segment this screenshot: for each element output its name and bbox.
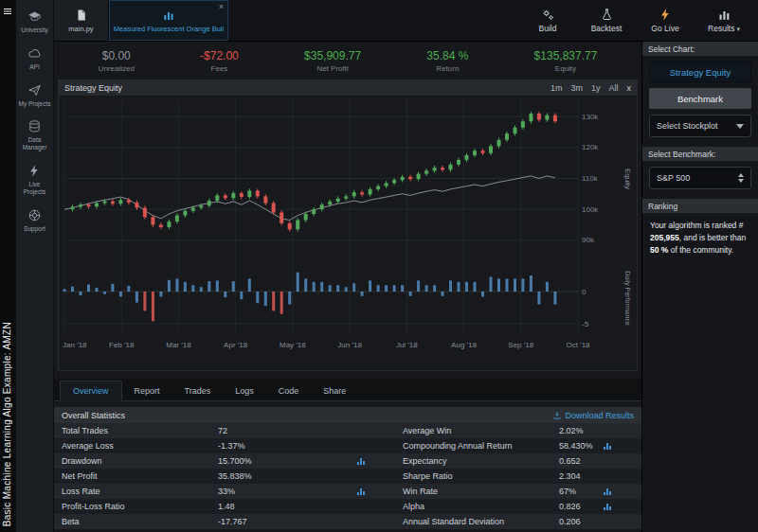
- tab-code[interactable]: Code: [266, 381, 312, 400]
- chart-range-controls: 1m3m1yAllx: [550, 83, 631, 93]
- chart-icon: [162, 9, 175, 22]
- ranking-rank: 205,955: [650, 233, 679, 242]
- sidebar: UniversityAPIMy ProjectsData ManagerLive…: [16, 0, 54, 532]
- content: main.pyMeasured Fluorescent Orange Bull×…: [54, 0, 758, 532]
- strategy-equity-button[interactable]: Strategy Equity: [649, 62, 751, 82]
- tab-share[interactable]: Share: [311, 381, 358, 400]
- stat-label-cell: Expectancy: [395, 456, 551, 466]
- table-row: Drawdown15.700%Expectancy0.652: [54, 453, 641, 469]
- sparkline: [604, 503, 611, 510]
- equity-chart[interactable]: 130k120k110k100k90k0-5Jan '18Feb '18Mar …: [59, 96, 637, 370]
- sidebar-item-live-projects[interactable]: Live Projects: [16, 158, 53, 203]
- svg-text:Apr '18: Apr '18: [224, 341, 248, 349]
- stat-equity: $135,837.77Equity: [534, 49, 598, 73]
- sidebar-item-label: University: [21, 27, 48, 34]
- menu-icon[interactable]: [2, 4, 13, 15]
- range-1m-button[interactable]: 1m: [550, 83, 563, 93]
- svg-text:130k: 130k: [582, 113, 599, 121]
- chart-icon: [717, 8, 731, 22]
- stat-unrealized: $0.00Unrealized: [99, 49, 135, 73]
- action-label: Results ▾: [708, 24, 740, 33]
- svg-text:Daily Performance: Daily Performance: [623, 271, 631, 326]
- stockplot-select-value: Select Stockplot: [657, 121, 718, 131]
- sidebar-item-my-projects[interactable]: My Projects: [16, 78, 53, 115]
- chart-title: Strategy Equity: [64, 83, 122, 93]
- svg-text:May '18: May '18: [280, 341, 306, 349]
- app-root: Basic Machine Learning Algo Example: AMZ…: [0, 0, 758, 532]
- stat-return: 35.84 %Return: [426, 49, 468, 73]
- overall-statistics-title: Overall Statistics: [62, 411, 125, 420]
- svg-text:Jan '18: Jan '18: [63, 341, 87, 349]
- action-label: Go Live: [651, 24, 678, 33]
- stat-value-cell: 67%: [551, 487, 641, 496]
- table-row: Net Profit35.838%Sharpe Ratio2.304: [54, 469, 641, 484]
- file-icon: [75, 9, 88, 22]
- tab-overview[interactable]: Overview: [60, 381, 122, 401]
- right-panel: Select Chart: Strategy EquityBenchmark S…: [641, 42, 758, 532]
- tab-report[interactable]: Report: [122, 381, 172, 400]
- sidebar-item-label: Live Projects: [17, 181, 52, 196]
- build-button[interactable]: Build: [521, 8, 574, 33]
- svg-text:100k: 100k: [582, 205, 599, 214]
- ranking-text: Your algorithm is ranked # 205,955, and …: [650, 220, 750, 256]
- sidebar-item-label: My Projects: [19, 100, 51, 108]
- close-icon[interactable]: ×: [219, 2, 224, 11]
- svg-text:110k: 110k: [582, 174, 599, 183]
- sidebar-item-university[interactable]: University: [16, 4, 53, 41]
- stat-label-cell: Average Win: [395, 426, 551, 435]
- action-label: Backtest: [591, 24, 623, 33]
- body-row: $0.00Unrealized-$72.00Fees$35,909.77Net …: [54, 42, 758, 532]
- benchmark-select[interactable]: S&P 500: [649, 167, 751, 189]
- download-results-label: Download Results: [565, 411, 634, 420]
- range-1y-button[interactable]: 1y: [591, 83, 601, 93]
- chevron-down-icon: [736, 124, 744, 129]
- action-label: Build: [539, 24, 557, 33]
- tab-measured-fluorescent-orange-bull[interactable]: Measured Fluorescent Orange Bull×: [109, 0, 228, 41]
- svg-text:Jul '18: Jul '18: [396, 341, 418, 349]
- backtest-button[interactable]: Backtest: [580, 8, 633, 33]
- table-row: Beta-17.767Annual Standard Deviation0.20…: [54, 514, 641, 529]
- project-title-strip: Basic Machine Learning Algo Example: AMZ…: [0, 0, 16, 532]
- svg-text:Equity: Equity: [623, 168, 632, 189]
- cloud-icon: [27, 46, 42, 61]
- range-all-button[interactable]: All: [608, 83, 618, 93]
- topbar: main.pyMeasured Fluorescent Orange Bull×…: [54, 0, 758, 42]
- stockplot-select[interactable]: Select Stockplot: [649, 115, 751, 137]
- stat-value: $0.00: [99, 49, 135, 62]
- equity-benchmark-chart: 130k120k110k100k90k0-5Jan '18Feb '18Mar …: [59, 96, 637, 370]
- svg-text:90k: 90k: [582, 236, 595, 244]
- stat-value-cell: 35.838%: [210, 471, 395, 481]
- chart-close-button[interactable]: x: [627, 83, 632, 93]
- svg-text:0: 0: [582, 288, 587, 296]
- tab-main-py[interactable]: main.py: [54, 0, 109, 41]
- benchmark-button[interactable]: Benchmark: [649, 88, 751, 109]
- sidebar-item-api[interactable]: API: [16, 41, 53, 78]
- lightning-icon: [27, 164, 42, 178]
- stat-value: -$72.00: [200, 49, 239, 62]
- tab-trades[interactable]: Trades: [172, 381, 224, 400]
- stat-value-cell: -17.767: [210, 517, 395, 526]
- equity-chart-panel: Strategy Equity 1m3m1yAllx 130k120k110k1…: [58, 80, 638, 371]
- chart-panel-header: Strategy Equity 1m3m1yAllx: [59, 80, 637, 96]
- project-title: Basic Machine Learning Algo Example: AMZ…: [2, 322, 12, 526]
- range-3m-button[interactable]: 3m: [570, 83, 583, 93]
- go-live-button[interactable]: Go Live: [639, 8, 692, 33]
- lifebuoy-icon: [27, 208, 42, 222]
- svg-text:Mar '18: Mar '18: [166, 341, 191, 349]
- stat-label-cell: Total Trades: [54, 426, 210, 435]
- stat-value-cell: -1.37%: [210, 441, 395, 451]
- results-button[interactable]: Results ▾: [697, 8, 750, 33]
- sidebar-item-support[interactable]: Support: [16, 203, 53, 239]
- tab-logs[interactable]: Logs: [223, 381, 266, 400]
- select-chart-header: Select Chart:: [642, 42, 758, 56]
- sidebar-item-data-manager[interactable]: Data Manager: [16, 114, 53, 158]
- table-row: Loss Rate33%Win Rate67%: [54, 484, 641, 499]
- stat-value-cell: 2.304: [551, 471, 641, 481]
- download-results-link[interactable]: Download Results: [552, 411, 634, 420]
- sidebar-item-label: Support: [24, 225, 45, 233]
- stat-fees: -$72.00Fees: [200, 49, 239, 73]
- stat-label-cell: Annual Standard Deviation: [395, 517, 551, 526]
- stat-label-cell: Profit-Loss Ratio: [54, 502, 210, 511]
- statistics-table: Total Trades72Average Win2.02%Average Lo…: [54, 423, 641, 532]
- ranking-prefix: Your algorithm is ranked #: [650, 221, 743, 230]
